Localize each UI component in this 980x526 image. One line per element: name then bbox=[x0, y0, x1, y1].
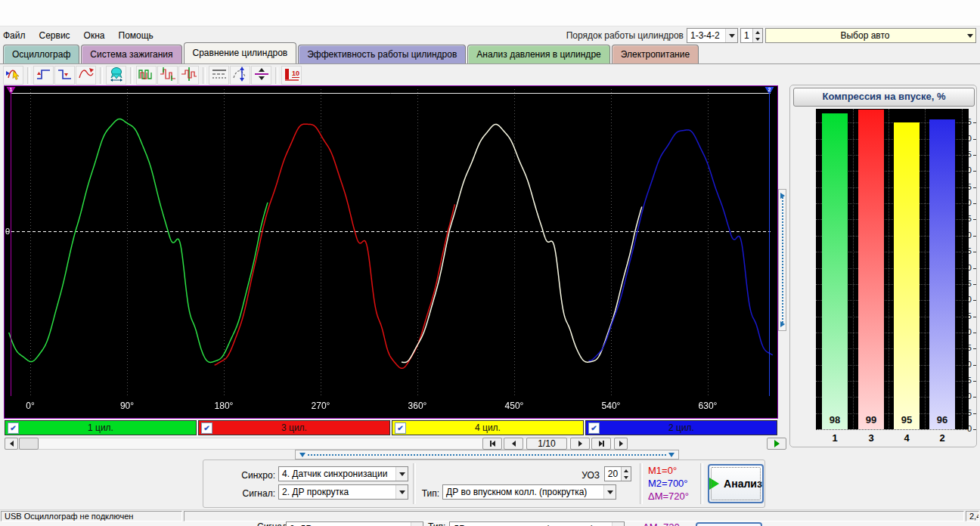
toolbar-sine-arrow-button[interactable] bbox=[76, 66, 96, 85]
page-next-button[interactable] bbox=[570, 438, 590, 450]
fit-vertical-icon bbox=[231, 66, 250, 85]
pulses-two-icon bbox=[138, 66, 156, 85]
y-tick-mark bbox=[973, 365, 976, 366]
horizontal-slider-left-thumb[interactable] bbox=[299, 453, 305, 457]
play-pages-button[interactable] bbox=[767, 438, 786, 450]
compression-value: 99 bbox=[858, 414, 884, 425]
tab-3[interactable]: Сравнение цилиндров bbox=[184, 42, 297, 63]
gridline-v bbox=[925, 109, 926, 429]
vertical-slider-bottom-thumb[interactable] bbox=[780, 321, 785, 327]
tab-6[interactable]: Электропитание bbox=[612, 45, 699, 63]
menu-item-2[interactable]: Сервис bbox=[39, 30, 70, 41]
dropdown-arrow-icon[interactable] bbox=[964, 29, 975, 42]
type-combobox[interactable]: ДР во впускном колл. (прокрутка) bbox=[442, 484, 616, 500]
horizontal-range-slider[interactable] bbox=[295, 450, 679, 459]
car-select-combobox[interactable]: Выбор авто bbox=[765, 28, 976, 43]
cylinder-number-spinner[interactable]: 1 bbox=[740, 28, 763, 43]
toolbar-line-style-button[interactable] bbox=[209, 66, 229, 85]
tab-5[interactable]: Анализ давления в цилиндре bbox=[467, 45, 609, 63]
legend-item-4[interactable]: 2 цил. bbox=[585, 420, 777, 435]
y-tick-mark bbox=[973, 333, 976, 333]
uoz-spinner[interactable]: 20 bbox=[604, 466, 631, 481]
sync-combobox[interactable]: 4. Датчик синхронизации bbox=[278, 466, 408, 481]
menu-item-3[interactable]: Окна bbox=[84, 30, 105, 41]
oscillogram-canvas[interactable] bbox=[5, 86, 777, 418]
scroll-right-button[interactable] bbox=[614, 438, 628, 450]
clipped-background-window-row: Сигнал: 2. ДР прокрутка Тип: ДР во впуск… bbox=[0, 521, 980, 526]
dropdown-arrow-icon[interactable] bbox=[395, 467, 408, 481]
dropdown-arrow-icon[interactable] bbox=[603, 485, 616, 499]
signal-combobox[interactable]: 2. ДР прокрутка bbox=[278, 484, 408, 500]
gridline-h bbox=[816, 429, 969, 430]
type-value: ДР во впускном колл. (прокрутка) bbox=[443, 487, 603, 497]
gridline-v bbox=[853, 109, 854, 429]
firing-order-combobox[interactable]: 1-3-4-2 bbox=[687, 28, 738, 43]
spinner-down-icon[interactable] bbox=[753, 36, 762, 42]
menu-item-4[interactable]: Помощь bbox=[119, 30, 154, 41]
legend-item-2[interactable]: 3 цил. bbox=[198, 420, 390, 435]
vertical-slider-top-thumb[interactable] bbox=[780, 193, 785, 199]
window-top-strip bbox=[0, 0, 980, 26]
toolbar-falling-edge-button[interactable] bbox=[54, 66, 75, 85]
status-empty-cell bbox=[184, 511, 964, 521]
pulse-align-icon bbox=[180, 66, 198, 85]
clipped-type-combobox: ДР во впускном колл. (прокрутка) bbox=[449, 521, 625, 526]
toolbar-pulse-align-button[interactable] bbox=[178, 66, 199, 85]
separator bbox=[413, 463, 416, 504]
page-first-button[interactable] bbox=[482, 438, 502, 450]
legend-item-1[interactable]: 1 цил. bbox=[5, 420, 197, 435]
tab-4[interactable]: Эффективность работы цилиндров bbox=[298, 45, 466, 63]
legend-item-3[interactable]: 4 цил. bbox=[392, 420, 584, 435]
tab-2[interactable]: Система зажигания bbox=[81, 45, 181, 63]
falling-edge-icon bbox=[56, 66, 74, 85]
toolbar-split-line-button[interactable] bbox=[251, 66, 271, 85]
y-tick-mark bbox=[973, 155, 976, 156]
toolbar-fit-vertical-button[interactable] bbox=[230, 66, 250, 85]
toolbar-separator bbox=[275, 67, 278, 84]
separator bbox=[640, 463, 643, 504]
vertical-range-slider[interactable] bbox=[778, 189, 786, 331]
compression-panel: Компрессия на впуске, % 0510152025303540… bbox=[789, 85, 977, 447]
clipped-delta-readout: ΔM=720 bbox=[643, 521, 680, 526]
toolbar-rising-edge-button[interactable] bbox=[33, 66, 54, 85]
marker-delta-readout: ΔM=720° bbox=[648, 490, 689, 503]
spinner-up-icon[interactable] bbox=[622, 467, 631, 474]
compression-category-label: 4 bbox=[894, 432, 920, 444]
scroll-left-button[interactable] bbox=[5, 438, 18, 450]
scrollbar-thumb[interactable] bbox=[19, 438, 39, 450]
scope-scrollbar-row: 1/10 bbox=[5, 438, 786, 450]
dropdown-arrow-icon[interactable] bbox=[725, 29, 737, 42]
focus-rect bbox=[711, 467, 761, 500]
legend-label: 2 цил. bbox=[586, 422, 777, 433]
toolbar-separator bbox=[100, 67, 103, 84]
toolbar-pulses-two-button[interactable] bbox=[136, 66, 157, 85]
analyze-button[interactable]: Анализ bbox=[708, 464, 764, 503]
page-prev-button[interactable] bbox=[504, 438, 523, 450]
oscillogram-plot[interactable] bbox=[4, 85, 778, 419]
spinner-up-icon[interactable] bbox=[753, 29, 762, 36]
spinner-down-icon[interactable] bbox=[622, 474, 631, 481]
toolbar-select-wave-tool-button[interactable] bbox=[3, 66, 23, 85]
type-label: Тип: bbox=[417, 486, 439, 501]
compression-value: 98 bbox=[822, 414, 848, 425]
clipped-type-label: Тип: bbox=[428, 521, 445, 526]
tab-1[interactable]: Осциллограф bbox=[3, 45, 79, 63]
uoz-label: УОЗ bbox=[577, 468, 600, 483]
clipped-signal-label: Сигнал: bbox=[257, 521, 290, 526]
menu-bar: ФайлСервисОкнаПомощь bbox=[3, 29, 154, 42]
toolbar-scale-10-button[interactable]: 10 bbox=[281, 66, 302, 85]
compression-category-label: 2 bbox=[929, 432, 955, 444]
tab-underline bbox=[0, 63, 980, 64]
toolbar-separator bbox=[203, 67, 206, 84]
toolbar-pulse-marks-button[interactable] bbox=[157, 66, 178, 85]
signal-value: 2. ДР прокрутка bbox=[279, 487, 395, 497]
toolbar: 10 bbox=[3, 66, 302, 85]
y-tick-mark bbox=[973, 413, 976, 414]
dropdown-arrow-icon[interactable] bbox=[395, 485, 408, 499]
toolbar-measure-ghost-button[interactable] bbox=[106, 66, 126, 85]
compression-panel-title[interactable]: Компрессия на впуске, % bbox=[793, 88, 975, 107]
y-tick-mark bbox=[973, 139, 976, 140]
horizontal-slider-right-thumb[interactable] bbox=[668, 453, 675, 457]
menu-item-1[interactable]: Файл bbox=[3, 30, 26, 41]
page-last-button[interactable] bbox=[591, 438, 611, 450]
